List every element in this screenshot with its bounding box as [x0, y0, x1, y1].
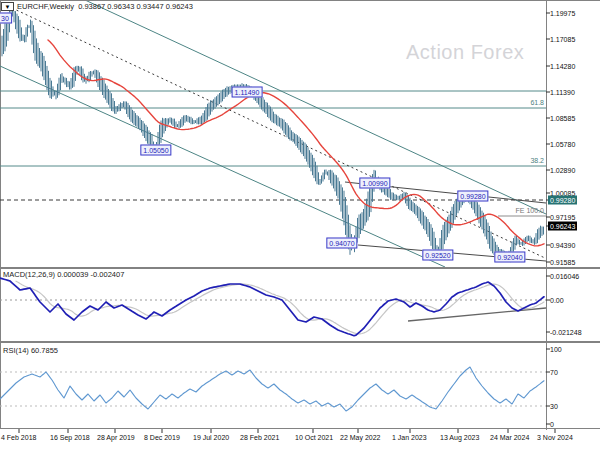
macd-indicator-label: MACD(12,26,9) 0.000039 -0.002407 — [3, 270, 124, 279]
price-axis-label: 0.91585 — [550, 259, 575, 266]
price-axis-highlight-label: 0.96243 — [548, 222, 577, 231]
price-axis-label: 1.17085 — [550, 36, 575, 43]
date-label: 28 Apr 2019 — [97, 434, 135, 441]
date-label: 1 Jan 2023 — [392, 434, 427, 441]
date-label: 8 Dec 2019 — [144, 434, 180, 441]
price-annotation-label[interactable]: 1.11490 — [232, 87, 263, 98]
price-axis-label: 0.97195 — [550, 214, 575, 221]
fib-level-label: 38.2 — [530, 157, 544, 164]
date-label: 4 Feb 2018 — [1, 434, 36, 441]
rsi-axis[interactable] — [546, 343, 600, 427]
price-axis-label: 1.08585 — [550, 115, 575, 122]
price-annotation-label[interactable]: 1.00990 — [359, 178, 390, 189]
price-annotation-label[interactable]: 0.92040 — [494, 252, 525, 263]
price-annotation-label[interactable]: 30 — [0, 13, 12, 24]
date-label: 28 Feb 2021 — [240, 434, 279, 441]
date-label: 16 Sep 2018 — [50, 434, 90, 441]
date-label: 22 May 2022 — [340, 434, 380, 441]
rsi-axis-label: 70 — [550, 369, 558, 376]
chevron-down-icon: ▼ — [5, 4, 11, 10]
price-annotation-label[interactable]: 0.99280 — [457, 191, 488, 202]
price-axis-label: 1.02890 — [550, 167, 575, 174]
rsi-axis-label: 30 — [550, 403, 558, 410]
macd-axis-label: -0.021248 — [550, 329, 582, 336]
chart-overlay: ▼ EURCHF,Weekly 0.93867 0.96343 0.93447 … — [0, 0, 600, 450]
price-axis-label: 1.11390 — [550, 89, 575, 96]
rsi-indicator-label: RSI(14) 60.7855 — [3, 346, 58, 355]
fib-level-label: 61.8 — [530, 99, 544, 106]
symbol-dropdown-button[interactable]: ▼ — [1, 2, 14, 11]
price-annotation-label[interactable]: 0.94070 — [326, 238, 357, 249]
date-label: 10 Oct 2021 — [295, 434, 333, 441]
date-label: 19 Jul 2020 — [193, 434, 229, 441]
rsi-axis-label: 0 — [550, 421, 554, 428]
ohlc-values: 0.93867 0.96343 0.93447 0.96243 — [78, 2, 193, 11]
macd-axis-label: 0.016046 — [550, 273, 579, 280]
rsi-axis-label: 100 — [550, 346, 562, 353]
fib-level-label: FE 100.0 — [516, 207, 544, 214]
price-axis-label: 1.14280 — [550, 63, 575, 70]
macd-axis-label: 0.00 — [550, 297, 564, 304]
symbol-timeframe-label: EURCHF,Weekly — [17, 2, 74, 11]
date-label: 24 Mar 2024 — [490, 434, 529, 441]
price-annotation-label[interactable]: 1.05050 — [140, 145, 171, 156]
price-axis-label: 1.05780 — [550, 141, 575, 148]
price-axis-highlight-label: 0.99280 — [548, 196, 577, 205]
chart-title: EURCHF,Weekly 0.93867 0.96343 0.93447 0.… — [17, 2, 193, 11]
chart-window: Action Forex ▼ EURCHF,Weekly 0.93867 0.9… — [0, 0, 600, 450]
price-annotation-label[interactable]: 0.92520 — [422, 250, 453, 261]
price-axis-label: 0.94390 — [550, 242, 575, 249]
date-label: 13 Aug 2023 — [440, 434, 479, 441]
date-label: 3 Nov 2024 — [537, 434, 573, 441]
price-axis-label: 1.19975 — [550, 10, 575, 17]
